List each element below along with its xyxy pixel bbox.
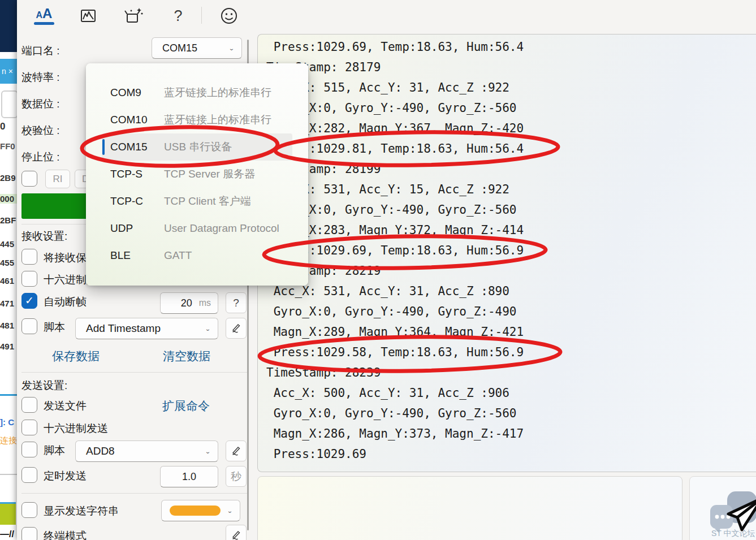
section-divider bbox=[21, 372, 248, 373]
auto-frame-checkbox[interactable]: ✓ bbox=[21, 293, 37, 309]
port-description: TCP Server 服务器 bbox=[164, 167, 255, 182]
color-swatch-orange bbox=[170, 506, 221, 516]
auto-frame-help-button[interactable]: ? bbox=[226, 292, 247, 313]
port-label: COM9 bbox=[110, 87, 141, 99]
bg-fragment: 000 bbox=[0, 194, 17, 204]
dropdown-item-tcpc[interactable]: TCP-C TCP Client 客户端 bbox=[102, 188, 292, 215]
plot-icon bbox=[80, 7, 97, 24]
magic-box-icon bbox=[123, 6, 144, 25]
send-script-edit-button[interactable] bbox=[226, 440, 247, 461]
send-settings-heading: 发送设置: bbox=[21, 378, 67, 393]
seconds-unit-label: 秒 bbox=[231, 469, 241, 484]
save-data-link[interactable]: 保存数据 bbox=[52, 348, 100, 364]
terminal-line: Press:1029.69, Temp:18.63, Hum:56.4 bbox=[266, 37, 756, 57]
receive-script-checkbox[interactable] bbox=[21, 318, 37, 334]
background-box-fragment bbox=[1, 90, 18, 118]
terminal-line: Magn_X:282, Magn Y:367, Magn_Z:-420 bbox=[266, 118, 756, 139]
terminal-mode-label: 终端模式 bbox=[44, 529, 87, 540]
port-label: COM15 bbox=[110, 141, 147, 153]
terminal-line: TimeStamp: 28179 bbox=[266, 57, 756, 77]
bg-fragment: 连接 bbox=[0, 435, 17, 446]
selected-accent-bar bbox=[102, 139, 105, 155]
save-to-file-checkbox[interactable] bbox=[21, 249, 37, 265]
terminal-line: Magn_X:289, Magn Y:364, Magn_Z:-421 bbox=[266, 322, 756, 342]
timed-send-checkbox[interactable] bbox=[21, 467, 37, 483]
terminal-line: TimeStamp: 28219 bbox=[266, 261, 756, 281]
receive-terminal[interactable]: Press:1029.69, Temp:18.63, Hum:56.4 Time… bbox=[257, 34, 756, 472]
receive-script-edit-button[interactable] bbox=[226, 318, 247, 339]
terminal-line: TimeStamp: 28199 bbox=[266, 159, 756, 179]
port-description: User Datagram Protocol bbox=[164, 222, 279, 235]
send-script-select[interactable]: ADD8 ⌄ bbox=[75, 440, 218, 462]
show-send-string-label: 显示发送字符串 bbox=[44, 504, 119, 519]
flow-control-checkbox[interactable] bbox=[21, 171, 37, 187]
clear-data-link[interactable]: 清空数据 bbox=[163, 348, 210, 364]
dropdown-item-com10[interactable]: COM10 蓝牙链接上的标准串行 bbox=[102, 106, 292, 133]
auto-frame-label: 自动断帧 bbox=[44, 295, 87, 309]
bg-fragment: 455 bbox=[0, 258, 17, 267]
send-button-panel[interactable]: ST 中文论坛 bbox=[689, 476, 756, 540]
dropdown-item-tcps[interactable]: TCP-S TCP Server 服务器 bbox=[102, 161, 292, 188]
pen-icon bbox=[231, 323, 242, 334]
terminal-line: Press:1029.81, Temp:18.63, Hum:56.4 bbox=[266, 139, 756, 159]
pen-icon bbox=[231, 446, 242, 457]
hex-send-checkbox[interactable] bbox=[21, 420, 37, 435]
question-icon: ? bbox=[233, 297, 239, 309]
help-button[interactable]: ? bbox=[170, 6, 187, 26]
bg-fragment: ]: C bbox=[0, 417, 17, 427]
font-size-icon: AA bbox=[36, 7, 53, 21]
auto-frame-timeout-input[interactable]: 20 ms bbox=[160, 292, 218, 314]
dropdown-item-ble[interactable]: BLE GATT bbox=[102, 242, 292, 269]
bg-fragment: 2B9 bbox=[0, 173, 17, 183]
port-label: UDP bbox=[110, 222, 133, 235]
port-description: 蓝牙链接上的标准串行 bbox=[164, 113, 271, 127]
send-script-value: ADD8 bbox=[86, 445, 115, 457]
magic-box-button[interactable] bbox=[122, 6, 145, 26]
baud-rate-label: 波特率 : bbox=[21, 70, 60, 85]
extend-command-link[interactable]: 扩展命令 bbox=[162, 398, 210, 414]
stop-bits-label: 停止位 : bbox=[21, 150, 60, 165]
terminal-line: Gyro_X:0, Gyro_Y:-490, Gyro_Z:-560 bbox=[266, 200, 756, 220]
port-label: COM10 bbox=[110, 114, 147, 126]
bg-fragment: FF0 bbox=[0, 141, 17, 151]
receive-script-value: Add Timestamp bbox=[86, 322, 161, 335]
dropdown-item-com15[interactable]: COM15 USB 串行设备 bbox=[102, 133, 292, 161]
smiley-icon bbox=[220, 7, 238, 25]
show-send-string-checkbox[interactable] bbox=[21, 502, 37, 518]
send-input-area[interactable] bbox=[257, 476, 682, 540]
chevron-down-icon: ⌄ bbox=[228, 45, 241, 51]
ri-toggle[interactable]: RI bbox=[45, 170, 70, 188]
port-select[interactable]: COM15 ⌄ bbox=[152, 37, 242, 59]
terminal-line: Press:1029.69 bbox=[266, 444, 756, 464]
timed-send-label: 定时发送 bbox=[44, 469, 87, 483]
bg-fragment: 2BF bbox=[0, 215, 17, 225]
send-string-color-select[interactable]: ⌄ bbox=[161, 500, 240, 521]
font-size-button[interactable]: AA bbox=[32, 6, 57, 26]
hex-display-checkbox[interactable] bbox=[21, 271, 37, 287]
bg-divider bbox=[0, 474, 17, 475]
hex-send-label: 十六进制发送 bbox=[44, 421, 108, 436]
send-script-label: 脚本 bbox=[44, 443, 65, 458]
port-description: GATT bbox=[164, 249, 192, 262]
send-file-checkbox[interactable] bbox=[21, 397, 37, 413]
plot-button[interactable] bbox=[78, 6, 98, 26]
timed-send-interval-input[interactable]: 1.0 bbox=[160, 466, 218, 487]
background-titlebar bbox=[0, 0, 17, 52]
chevron-down-icon: ⌄ bbox=[205, 448, 218, 455]
background-tab[interactable]: n × bbox=[0, 59, 17, 84]
send-script-checkbox[interactable] bbox=[21, 442, 37, 457]
bg-fragment: 0 bbox=[0, 121, 17, 132]
screen: n × 0 FF0 2B9 000 2BF 445 455 461 471 48… bbox=[0, 0, 756, 540]
bg-fragment: —// bbox=[0, 529, 17, 540]
terminal-mode-checkbox[interactable] bbox=[21, 527, 37, 540]
dropdown-item-udp[interactable]: UDP User Datagram Protocol bbox=[102, 215, 292, 242]
terminal-line: Gyro_X:0, Gyro_Y:-490, Gyro_Z:-560 bbox=[266, 403, 756, 424]
receive-script-select[interactable]: Add Timestamp ⌄ bbox=[75, 318, 218, 339]
terminal-mode-edit-button[interactable] bbox=[226, 525, 247, 540]
terminal-line: Acc_X: 531, Acc_Y: 31, Acc_Z :890 bbox=[266, 281, 756, 301]
terminal-line: Magn_X:283, Magn Y:372, Magn_Z:-414 bbox=[266, 220, 756, 240]
receive-script-label: 脚本 bbox=[44, 320, 65, 335]
dropdown-item-com9[interactable]: COM9 蓝牙链接上的标准串行 bbox=[102, 79, 292, 106]
feedback-button[interactable] bbox=[218, 6, 240, 26]
serial-assistant-window: AA ? bbox=[17, 0, 756, 540]
